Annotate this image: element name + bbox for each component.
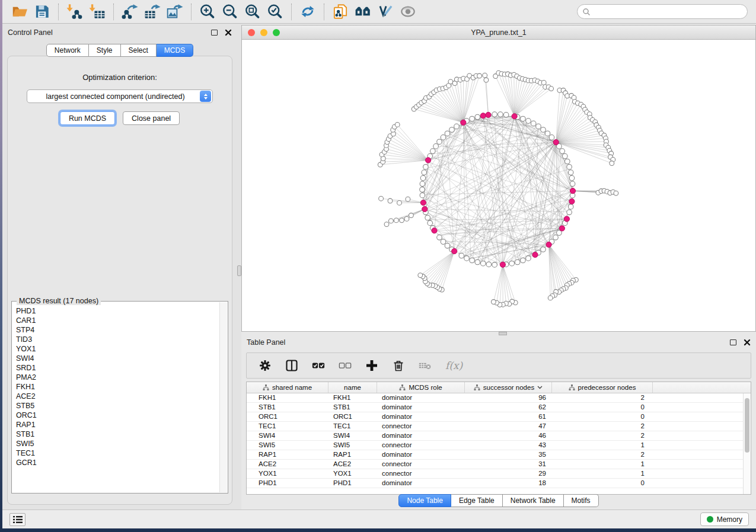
mcds-result-item[interactable]: STB1 [16,430,216,439]
network-node[interactable] [570,181,575,187]
delete-table-icon[interactable] [419,359,432,372]
save-session-icon[interactable] [33,4,51,20]
mcds-result-item[interactable]: FKH1 [16,382,216,392]
mcds-network-node[interactable] [452,248,457,254]
mcds-result-item[interactable]: TEC1 [16,448,216,458]
network-node[interactable] [526,118,531,124]
network-node[interactable] [459,253,464,258]
network-node[interactable] [406,197,410,201]
network-node[interactable] [560,149,565,154]
vertical-splitter[interactable] [237,24,241,509]
network-node[interactable] [420,187,425,193]
float-table-panel-icon[interactable] [730,339,736,345]
float-panel-icon[interactable] [211,30,218,36]
network-node[interactable] [541,127,546,133]
network-node[interactable] [449,127,455,133]
export-image-icon[interactable] [166,4,184,20]
import-table-icon[interactable] [88,4,106,20]
tab-node-table[interactable]: Node Table [398,494,451,507]
delete-column-icon[interactable] [392,359,405,372]
mcds-network-node[interactable] [532,252,538,257]
table-row[interactable]: STB1STB1dominator620 [247,403,743,412]
network-node[interactable] [422,170,427,175]
network-node[interactable] [394,218,398,223]
network-node[interactable] [425,215,430,220]
network-node[interactable] [568,204,573,210]
horizontal-splitter-grip[interactable] [499,332,507,335]
network-node[interactable] [563,153,568,159]
mcds-result-item[interactable]: RAP1 [16,420,216,430]
column-header-name[interactable]: name [328,382,377,393]
table-row[interactable]: TEC1TEC1connector472 [247,422,743,431]
network-node[interactable] [569,175,575,181]
network-node[interactable] [567,164,572,169]
search-network-icon[interactable] [354,4,372,20]
tab-mcds[interactable]: MCDS [157,44,193,57]
network-node[interactable] [397,201,402,206]
network-node[interactable] [470,258,475,263]
network-node[interactable] [475,114,480,120]
network-node[interactable] [418,273,423,278]
mcds-result-item[interactable]: CAR1 [16,316,216,325]
network-node[interactable] [409,213,414,218]
network-node[interactable] [492,262,497,268]
network-node[interactable] [420,181,425,187]
network-node[interactable] [388,198,393,203]
mcds-result-item[interactable]: STB5 [16,401,216,411]
network-node[interactable] [549,86,554,91]
mcds-network-node[interactable] [512,114,517,119]
deselect-all-icon[interactable] [339,359,352,372]
network-node[interactable] [437,235,442,241]
network-node[interactable] [481,261,486,266]
optimization-select[interactable]: largest connected component (undirected) [27,89,213,103]
network-node[interactable] [545,131,550,136]
mcds-network-node[interactable] [432,228,437,233]
mcds-network-node[interactable] [559,226,564,231]
network-node[interactable] [548,296,553,300]
network-node[interactable] [553,235,559,241]
network-node[interactable] [492,112,497,117]
add-column-icon[interactable] [365,359,378,372]
mcds-network-node[interactable] [500,262,505,267]
network-node[interactable] [477,73,482,78]
network-node[interactable] [549,135,554,140]
network-node[interactable] [521,258,526,263]
network-node[interactable] [445,243,450,249]
mcds-network-node[interactable] [420,200,426,206]
zoom-out-icon[interactable] [221,4,239,20]
mcds-list-scrollbar[interactable] [219,302,227,492]
mcds-result-item[interactable]: GCR1 [16,458,216,467]
hide-annotations-icon[interactable] [377,4,394,20]
select-all-icon[interactable] [312,359,325,372]
tab-network[interactable]: Network [46,44,89,57]
mcds-network-node[interactable] [426,158,431,163]
tab-network-table[interactable]: Network Table [503,494,564,507]
tab-style[interactable]: Style [89,44,121,57]
table-row[interactable]: YOX1YOX1connector291 [247,469,743,479]
network-node[interactable] [395,123,400,127]
table-row[interactable]: PHD1PHD1dominator180 [247,479,743,488]
task-history-button[interactable] [9,513,25,526]
network-node[interactable] [389,219,394,223]
refresh-icon[interactable] [299,4,317,20]
close-panel-icon[interactable] [225,29,232,36]
network-node[interactable] [464,256,470,261]
network-node[interactable] [541,81,546,85]
network-node[interactable] [536,124,541,129]
column-header-predecessor-nodes[interactable]: predecessor nodes [552,382,653,393]
network-node[interactable] [404,217,409,222]
search-field[interactable] [577,4,748,19]
network-node[interactable] [400,218,404,223]
close-panel-button[interactable]: Close panel [123,111,180,125]
table-settings-gear-icon[interactable] [259,359,272,372]
mcds-network-node[interactable] [553,140,559,145]
mcds-network-node[interactable] [570,188,575,194]
mcds-network-node[interactable] [461,120,466,125]
column-header-shared-name[interactable]: shared name [247,382,328,393]
column-header-MCDS-role[interactable]: MCDS role [377,382,465,393]
network-node[interactable] [565,159,570,164]
clone-network-icon[interactable] [331,4,349,20]
table-scrollbar[interactable] [743,393,751,494]
mcds-result-item[interactable]: SRD1 [16,363,216,373]
tab-edge-table[interactable]: Edge Table [451,494,503,507]
